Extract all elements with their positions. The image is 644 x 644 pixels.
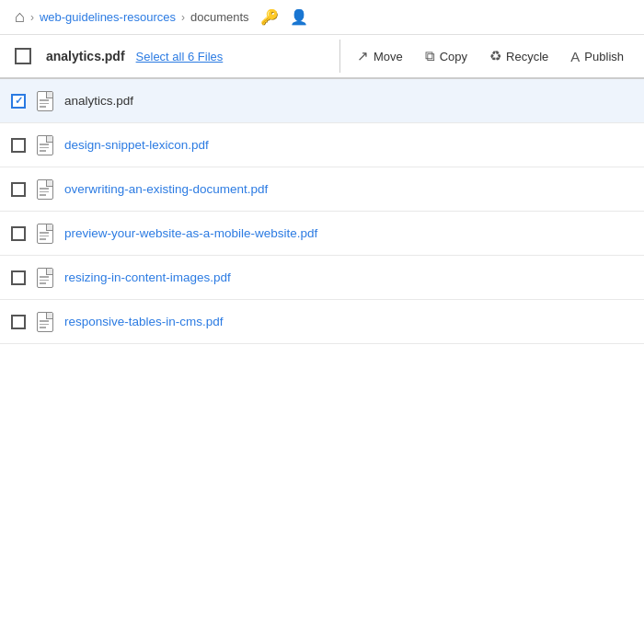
move-icon: ↗: [357, 48, 369, 64]
file-checkbox[interactable]: [11, 182, 26, 197]
table-row: responsive-tables-in-cms.pdf: [0, 300, 644, 344]
publish-button[interactable]: A Publish: [561, 43, 633, 70]
move-label: Move: [374, 50, 403, 63]
select-all-toggle-button[interactable]: [11, 44, 35, 68]
copy-label: Copy: [440, 50, 467, 63]
toolbar: analytics.pdf Select all 6 Files ↗ Move …: [0, 35, 644, 79]
table-row: analytics.pdf: [0, 79, 644, 123]
select-all-icon: [15, 48, 31, 64]
recycle-label: Recycle: [506, 50, 548, 63]
file-name: analytics.pdf: [64, 94, 133, 108]
table-row: overwriting-an-existing-document.pdf: [0, 167, 644, 212]
key-icon[interactable]: 🔑: [260, 8, 279, 26]
file-checkbox[interactable]: [11, 94, 26, 109]
breadcrumb-current: documents: [190, 10, 249, 24]
file-checkbox[interactable]: [11, 270, 26, 285]
file-checkbox[interactable]: [11, 315, 26, 329]
file-name[interactable]: resizing-in-content-images.pdf: [64, 270, 231, 284]
file-type-icon: [35, 311, 55, 333]
file-type-icon: [35, 267, 55, 289]
table-row: preview-your-website-as-a-mobile-website…: [0, 212, 644, 256]
toolbar-actions: ↗ Move ⧉ Copy ♻ Recycle A Publish: [348, 42, 633, 70]
breadcrumb-nav: ⌂ › web-guidelines-resources › documents…: [0, 0, 644, 35]
recycle-button[interactable]: ♻ Recycle: [480, 42, 558, 70]
toolbar-divider: [339, 40, 340, 73]
file-name[interactable]: design-snippet-lexicon.pdf: [64, 138, 209, 152]
selected-file-label: analytics.pdf: [46, 49, 125, 63]
file-list: analytics.pdf design-snippet-lexicon.pdf…: [0, 79, 644, 344]
copy-icon: ⧉: [425, 48, 435, 64]
breadcrumb-chevron-1: ›: [30, 11, 34, 24]
move-button[interactable]: ↗ Move: [348, 42, 412, 70]
publish-label: Publish: [584, 50, 624, 63]
file-type-icon: [35, 134, 55, 156]
table-row: design-snippet-lexicon.pdf: [0, 123, 644, 167]
home-icon[interactable]: ⌂: [15, 7, 25, 27]
file-type-icon: [35, 178, 55, 201]
select-all-link[interactable]: Select all 6 Files: [136, 50, 224, 63]
file-type-icon: [35, 223, 55, 245]
file-name[interactable]: overwriting-an-existing-document.pdf: [64, 182, 268, 196]
breadcrumb-link-1[interactable]: web-guidelines-resources: [40, 10, 176, 24]
user-icon[interactable]: 👤: [290, 8, 308, 26]
file-checkbox[interactable]: [11, 138, 26, 153]
table-row: resizing-in-content-images.pdf: [0, 256, 644, 300]
publish-icon: A: [570, 49, 580, 64]
toolbar-left: analytics.pdf Select all 6 Files: [11, 44, 332, 68]
recycle-icon: ♻: [489, 48, 501, 64]
file-type-icon: [35, 90, 55, 112]
file-name[interactable]: preview-your-website-as-a-mobile-website…: [64, 226, 317, 240]
file-name[interactable]: responsive-tables-in-cms.pdf: [64, 315, 224, 328]
file-checkbox[interactable]: [11, 226, 26, 241]
copy-button[interactable]: ⧉ Copy: [416, 42, 477, 70]
breadcrumb-chevron-2: ›: [181, 11, 185, 24]
